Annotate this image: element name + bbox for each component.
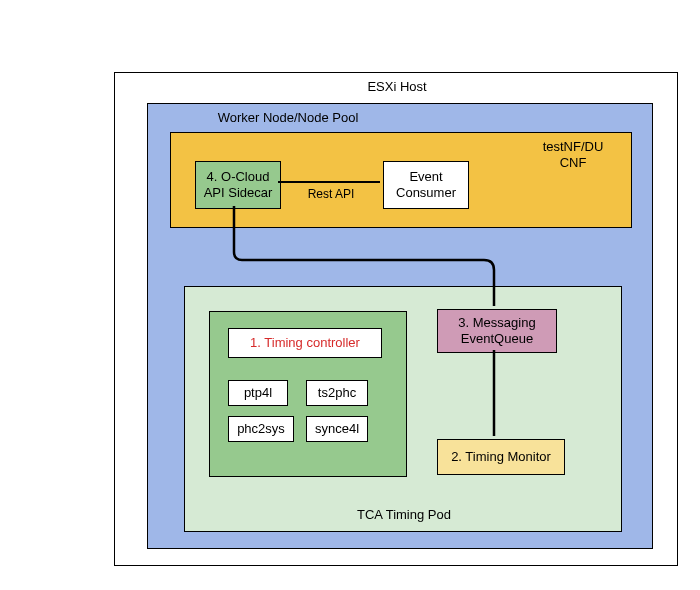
timing-monitor: 2. Timing Monitor (437, 439, 565, 475)
ts2phc-box: ts2phc (306, 380, 368, 406)
synce4l-box: synce4l (306, 416, 368, 442)
tca-timing-pod: TCA Timing Pod 1. Timing controller ptp4… (184, 286, 622, 532)
messaging-eventqueue: 3. Messaging EventQueue (437, 309, 557, 353)
event-consumer: Event Consumer (383, 161, 469, 209)
timing-controller-group: 1. Timing controller ptp4l ts2phc phc2sy… (209, 311, 407, 477)
phc2sys-box: phc2sys (228, 416, 294, 442)
esxi-host-title: ESXi Host (115, 79, 679, 95)
timing-controller: 1. Timing controller (228, 328, 382, 358)
worker-node-title: Worker Node/Node Pool (148, 110, 428, 126)
cnf-title: testNF/DU CNF (521, 139, 625, 170)
esxi-host-container: ESXi Host Worker Node/Node Pool testNF/D… (114, 72, 678, 566)
ptp4l-box: ptp4l (228, 380, 288, 406)
worker-node-container: Worker Node/Node Pool testNF/DU CNF 4. O… (147, 103, 653, 549)
cnf-container: testNF/DU CNF 4. O-Cloud API Sidecar Eve… (170, 132, 632, 228)
ocloud-api-sidecar: 4. O-Cloud API Sidecar (195, 161, 281, 209)
tca-timing-pod-title: TCA Timing Pod (185, 507, 623, 523)
rest-api-label: Rest API (291, 187, 371, 201)
